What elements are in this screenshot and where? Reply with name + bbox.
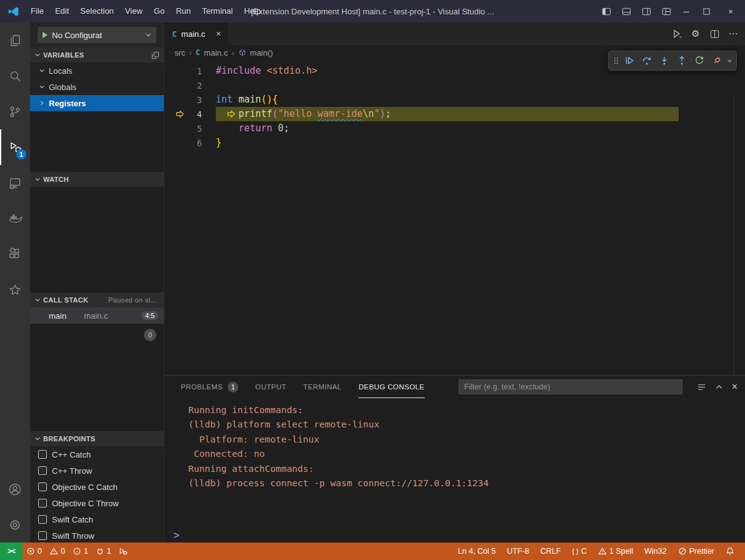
activity-explorer-icon[interactable] [0, 22, 30, 58]
cursor-position[interactable]: Ln 4, Col 5 [452, 542, 501, 560]
debug-console-output[interactable]: Running initCommands:(lldb) platform sel… [165, 398, 745, 491]
remote-indicator[interactable]: >< [0, 542, 23, 560]
continue-button[interactable] [621, 52, 638, 69]
run-file-button[interactable] [669, 26, 685, 42]
activity-docker-icon[interactable] [0, 201, 30, 236]
menu-selection[interactable]: Selection [74, 0, 119, 22]
breakpoint-row[interactable]: Objective C Catch [30, 479, 164, 495]
step-out-button[interactable] [673, 52, 691, 69]
menu-run[interactable]: Run [170, 0, 196, 22]
breakpoint-checkbox[interactable] [38, 466, 47, 475]
menu-view[interactable]: View [119, 0, 148, 22]
code-line-4[interactable]: 4 printf("hello wamr-ide\n"); [165, 107, 745, 121]
breadcrumb-item[interactable]: main() [250, 48, 273, 58]
status-infos[interactable]: 1 [69, 542, 92, 560]
breakpoint-checkbox[interactable] [38, 515, 47, 524]
language-indicator[interactable]: { } C [567, 542, 592, 560]
debug-config-dropdown[interactable]: No Configurat [38, 27, 156, 43]
code-line-3[interactable]: 3int main(){ [165, 92, 745, 107]
glyph-margin[interactable] [165, 136, 186, 150]
breakpoint-row[interactable]: C++ Catch [30, 446, 164, 462]
step-over-button[interactable] [638, 52, 656, 69]
close-panel-icon[interactable]: × [732, 381, 737, 392]
activity-remote-explorer-icon[interactable] [0, 165, 30, 201]
breakpoint-checkbox[interactable] [38, 531, 47, 540]
breakpoints-section-header[interactable]: BREAKPOINTS [30, 431, 164, 446]
formatter-status[interactable]: Prettier [672, 542, 720, 560]
activity-extensions-icon[interactable] [0, 236, 30, 272]
split-editor-icon[interactable] [706, 26, 722, 42]
breakpoint-row[interactable]: C++ Throw [30, 462, 164, 479]
menu-edit[interactable]: Edit [49, 0, 74, 22]
minimize-button[interactable]: ─ [676, 0, 696, 22]
toggle-panel-icon[interactable] [616, 0, 636, 22]
call-stack-section-header[interactable]: CALL STACK Paused on st... [30, 292, 164, 308]
chevron-down-icon[interactable] [726, 58, 733, 64]
code-line-5[interactable]: 5 return 0; [165, 121, 745, 136]
variables-scope-locals[interactable]: Locals [30, 62, 164, 79]
console-filter-input[interactable] [459, 379, 682, 394]
status-ports[interactable]: 1 [92, 542, 115, 560]
glyph-margin[interactable] [165, 121, 186, 136]
activity-wamr-ide-icon[interactable] [0, 272, 30, 308]
breakpoint-row[interactable]: Objective C Throw [30, 495, 164, 511]
menu-file[interactable]: File [25, 0, 49, 22]
activity-search-icon[interactable] [0, 58, 30, 94]
variables-scope-registers[interactable]: Registers [30, 95, 164, 111]
activity-manage-icon[interactable] [0, 507, 30, 542]
panel-tab-output[interactable]: OUTPUT [255, 376, 286, 398]
gear-icon[interactable]: ⚙ [687, 26, 704, 42]
editor-scrollbar[interactable] [734, 98, 734, 375]
glyph-margin[interactable] [165, 107, 186, 121]
watch-section-header[interactable]: WATCH [30, 172, 164, 187]
code-line-6[interactable]: 6} [165, 136, 745, 150]
glyph-margin[interactable] [165, 64, 186, 78]
maximize-button[interactable] [696, 0, 716, 22]
variables-section-header[interactable]: VARIABLES [30, 48, 164, 62]
close-button[interactable]: × [716, 0, 745, 22]
code-editor[interactable]: 1#include <stdio.h>23int main(){4 printf… [165, 60, 745, 375]
breakpoint-checkbox[interactable] [38, 482, 47, 491]
menu-go[interactable]: Go [148, 0, 170, 22]
platform-indicator[interactable]: Win32 [639, 542, 672, 560]
status-debug-icon[interactable] [115, 542, 131, 560]
step-into-button[interactable] [656, 52, 673, 69]
spell-checker-status[interactable]: 1 Spell [592, 542, 639, 560]
encoding-indicator[interactable]: UTF-8 [502, 542, 535, 560]
console-prompt-icon[interactable]: > [173, 530, 180, 541]
glyph-margin[interactable] [165, 78, 186, 92]
breakpoint-row[interactable]: Swift Catch [30, 511, 164, 528]
breadcrumb-item[interactable]: src [175, 48, 185, 58]
breakpoint-row[interactable]: Swift Throw [30, 528, 164, 542]
activity-accounts-icon[interactable] [0, 471, 30, 507]
tab-close-icon[interactable]: × [216, 29, 221, 39]
breakpoint-checkbox[interactable] [38, 499, 47, 508]
eol-indicator[interactable]: CRLF [535, 542, 567, 560]
breadcrumb-item[interactable]: main.c [204, 48, 228, 58]
menu-terminal[interactable]: Terminal [196, 0, 238, 22]
tab-main-c[interactable]: C main.c × [165, 22, 229, 45]
drag-handle-icon[interactable] [612, 52, 621, 69]
stack-frame-row[interactable]: main main.c 4:5 [30, 308, 164, 324]
disconnect-button[interactable] [708, 52, 726, 69]
more-actions-icon[interactable]: ⋯ [725, 26, 741, 42]
breakpoint-checkbox[interactable] [38, 450, 47, 459]
code-line-2[interactable]: 2 [165, 78, 745, 92]
glyph-margin[interactable] [165, 92, 186, 107]
notifications-bell-icon[interactable] [720, 542, 740, 560]
panel-tab-terminal[interactable]: TERMINAL [303, 376, 342, 398]
restart-button[interactable] [691, 52, 708, 69]
panel-tab-debug-console[interactable]: DEBUG CONSOLE [358, 376, 425, 398]
activity-source-control-icon[interactable] [0, 94, 30, 129]
output-actions-icon[interactable] [697, 382, 706, 392]
status-errors[interactable]: 0 [23, 542, 46, 560]
toggle-secondary-sidebar-icon[interactable] [636, 0, 656, 22]
toggle-primary-sidebar-icon[interactable] [596, 0, 616, 22]
panel-tab-problems[interactable]: PROBLEMS1 [181, 376, 238, 398]
status-warnings[interactable]: 0 [46, 542, 69, 560]
maximize-panel-icon[interactable] [715, 383, 723, 391]
customize-layout-icon[interactable] [656, 0, 676, 22]
variables-scope-globals[interactable]: Globals [30, 79, 164, 95]
copy-value-icon[interactable] [151, 51, 160, 59]
activity-run-and-debug-icon[interactable]: 1 [0, 129, 30, 165]
